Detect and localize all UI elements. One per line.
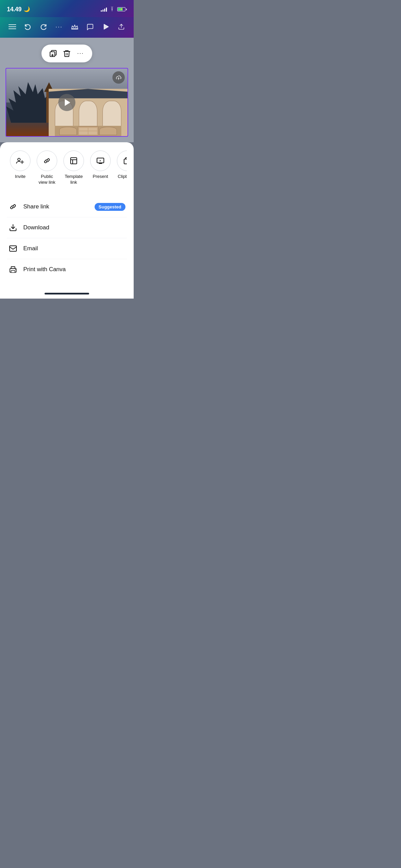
share-link-icon bbox=[8, 202, 18, 212]
svg-rect-20 bbox=[124, 159, 127, 164]
play-button[interactable] bbox=[100, 21, 112, 33]
svg-point-25 bbox=[15, 269, 16, 270]
window bbox=[79, 101, 97, 127]
redo-button[interactable] bbox=[37, 21, 50, 33]
svg-point-11 bbox=[18, 158, 20, 161]
app-toolbar: ··· bbox=[0, 17, 134, 38]
public-view-link-label: Publicview link bbox=[38, 174, 55, 185]
cloud-upload-button[interactable] bbox=[112, 71, 125, 84]
email-item[interactable]: Email bbox=[7, 238, 127, 259]
play-triangle-icon bbox=[65, 99, 70, 106]
clipboard-label: Clipboa... bbox=[118, 174, 127, 180]
video-element[interactable] bbox=[5, 68, 128, 137]
template-link-label: Templatelink bbox=[65, 174, 83, 185]
export-button[interactable] bbox=[115, 21, 127, 33]
download-item[interactable]: Download bbox=[7, 217, 127, 238]
present-label: Present bbox=[93, 174, 108, 180]
suggested-badge: Suggested bbox=[95, 203, 125, 211]
download-label: Download bbox=[23, 224, 125, 231]
print-item[interactable]: Print with Canva bbox=[7, 259, 127, 280]
video-play-button[interactable] bbox=[58, 94, 75, 111]
share-link-label: Share link bbox=[23, 203, 89, 210]
status-icons: ⚡ bbox=[101, 7, 127, 12]
share-link-item[interactable]: Share link Suggested bbox=[7, 196, 127, 217]
clipboard-button[interactable]: Clipboa... bbox=[114, 150, 127, 180]
delete-button[interactable] bbox=[61, 47, 73, 60]
invite-label: Invite bbox=[15, 174, 25, 180]
download-icon bbox=[8, 223, 18, 232]
print-icon bbox=[8, 265, 18, 274]
svg-rect-14 bbox=[71, 158, 77, 164]
bottom-sheet: Invite Publicview link Templatelink bbox=[0, 142, 134, 290]
present-button[interactable]: Present bbox=[87, 150, 114, 180]
invite-button[interactable]: Invite bbox=[7, 150, 34, 180]
email-label: Email bbox=[23, 245, 125, 252]
element-more-button[interactable]: ··· bbox=[74, 47, 87, 60]
more-options-button[interactable]: ··· bbox=[53, 21, 65, 33]
home-bar bbox=[45, 293, 89, 294]
undo-button[interactable] bbox=[22, 21, 34, 33]
clipboard-icon bbox=[117, 150, 127, 171]
public-view-link-icon bbox=[37, 150, 57, 171]
wifi-icon bbox=[109, 7, 115, 12]
share-icons-row: Invite Publicview link Templatelink bbox=[7, 150, 127, 188]
signal-icon bbox=[101, 7, 107, 12]
share-menu: Share link Suggested Download Email bbox=[7, 196, 127, 280]
canvas-area: ··· bbox=[0, 38, 134, 142]
add-copy-button[interactable] bbox=[47, 47, 59, 60]
public-view-link-button[interactable]: Publicview link bbox=[34, 150, 60, 185]
menu-button[interactable] bbox=[6, 21, 19, 33]
present-icon bbox=[90, 150, 111, 171]
invite-icon bbox=[10, 150, 31, 171]
template-link-icon bbox=[63, 150, 84, 171]
email-icon bbox=[8, 244, 18, 253]
print-label: Print with Canva bbox=[23, 266, 125, 273]
svg-rect-24 bbox=[11, 270, 15, 273]
crown-button[interactable] bbox=[69, 21, 81, 33]
window bbox=[102, 101, 121, 127]
moon-icon: 🌙 bbox=[24, 6, 30, 12]
battery-icon: ⚡ bbox=[117, 7, 127, 11]
floating-toolbar: ··· bbox=[41, 45, 92, 62]
status-bar: 14.49 🌙 ⚡ bbox=[0, 0, 134, 17]
status-time: 14.49 bbox=[7, 6, 22, 13]
chat-button[interactable] bbox=[84, 21, 96, 33]
template-link-button[interactable]: Templatelink bbox=[60, 150, 87, 185]
home-indicator bbox=[0, 290, 134, 299]
svg-rect-22 bbox=[10, 246, 16, 251]
